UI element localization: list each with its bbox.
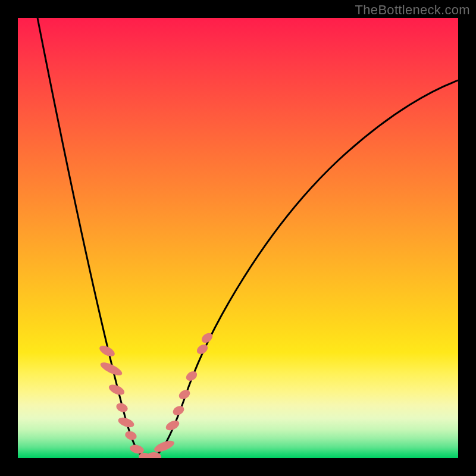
curve-marker xyxy=(153,439,176,454)
curve-markers xyxy=(98,331,214,458)
watermark-text: TheBottleneck.com xyxy=(355,2,470,18)
curve-marker xyxy=(115,402,129,414)
plot-area xyxy=(18,18,458,458)
curve-marker xyxy=(124,430,137,441)
chart-frame: TheBottleneck.com xyxy=(0,0,476,476)
bottleneck-curve xyxy=(37,18,458,458)
curve-layer xyxy=(18,18,458,458)
